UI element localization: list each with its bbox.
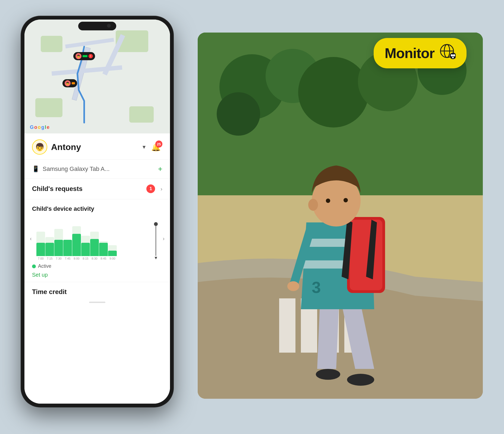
bar-col-8: 9:00 — [108, 245, 117, 260]
map-section: 👦 ! 👦 — [24, 20, 170, 133]
time-label-3: 7:45 — [65, 257, 70, 260]
bar-col-7: 8:45 — [99, 241, 108, 260]
legend-label: Active — [38, 263, 51, 269]
google-l: l — [45, 125, 46, 130]
notification-badge: 25 — [155, 141, 162, 148]
time-label-7: 8:45 — [100, 257, 106, 260]
add-device-button[interactable]: + — [158, 165, 162, 173]
svg-rect-8 — [279, 298, 295, 353]
time-label-8: 9:00 — [109, 257, 115, 260]
indicator-arrow: ▼ — [154, 256, 158, 260]
time-credit-section: Time credit — [24, 282, 170, 299]
setup-link[interactable]: Set up — [32, 272, 48, 278]
bar-inner-0 — [36, 243, 45, 256]
svg-rect-15 — [350, 220, 382, 290]
bar-col-0: 7:00 — [36, 232, 45, 260]
chevron-right-icon: › — [160, 186, 162, 192]
time-label-4: 8:00 — [74, 257, 79, 260]
bar-inner-4 — [72, 234, 81, 256]
map-green-area-3 — [35, 98, 62, 117]
bar-outer-2 — [54, 229, 63, 256]
requests-row[interactable]: Child's requests 1 › — [24, 178, 170, 199]
bar-inner-1 — [45, 243, 54, 256]
time-label-0: 7:00 — [38, 257, 43, 260]
app-content: 👦 Antony ▾ 🔔 25 📱 Samsung Galaxy Tab A..… — [24, 133, 170, 404]
bar-outer-6 — [90, 232, 99, 256]
bar-outer-4 — [72, 226, 81, 256]
google-g2: g — [41, 125, 44, 130]
alert-badge-1: ! — [89, 54, 93, 58]
time-credit-title: Time credit — [32, 288, 162, 296]
phone-screen: 👦 ! 👦 — [24, 20, 170, 404]
svg-point-28 — [452, 57, 454, 58]
bar-inner-8 — [108, 251, 117, 256]
svg-point-27 — [453, 54, 455, 56]
bar-col-6: 8:30 — [90, 232, 99, 260]
bar-inner-3 — [63, 240, 72, 256]
battery-bar-1 — [83, 55, 87, 57]
bar-col-4: 8:00 — [72, 226, 81, 260]
map-green-area-1 — [41, 36, 62, 52]
requests-badge: 1 — [146, 184, 155, 193]
svg-point-7 — [217, 92, 260, 136]
battery-level-orange — [72, 82, 75, 84]
time-label-5: 8:15 — [83, 257, 88, 260]
svg-point-20 — [287, 281, 299, 291]
svg-point-18 — [326, 199, 330, 203]
scroll-divider — [89, 302, 105, 303]
notification-button[interactable]: 🔔 25 — [149, 141, 162, 154]
battery-bar-2 — [72, 82, 75, 84]
activity-section: Child's device activity ‹ ▼ — [24, 199, 170, 282]
marker-avatar-1: 👦 — [75, 53, 81, 59]
marker-avatar-2: 👦 — [65, 80, 71, 86]
scene-svg: 3 — [198, 33, 483, 399]
bar-outer-5 — [81, 236, 90, 256]
activity-title: Child's device activity — [32, 205, 162, 212]
bar-outer-0 — [36, 232, 45, 256]
map-background: 👦 ! 👦 — [24, 20, 170, 133]
bar-outer-1 — [45, 237, 54, 256]
bar-outer-8 — [108, 245, 117, 256]
google-o1: o — [34, 125, 37, 130]
phone-container: 👦 ! 👦 — [21, 16, 173, 407]
app-header: 👦 Antony ▾ 🔔 25 — [24, 133, 170, 160]
time-label-6: 8:30 — [92, 257, 97, 260]
battery-level-green — [83, 55, 87, 57]
bar-outer-7 — [99, 241, 108, 256]
bar-outer-3 — [63, 240, 72, 256]
device-row[interactable]: 📱 Samsung Galaxy Tab A... + — [24, 160, 170, 178]
svg-point-12 — [316, 369, 340, 380]
dropdown-icon[interactable]: ▾ — [143, 143, 146, 151]
bar-inner-5 — [81, 243, 90, 256]
google-e: e — [47, 125, 49, 130]
chart-nav-right[interactable]: › — [163, 235, 165, 242]
svg-point-26 — [451, 54, 453, 56]
time-label-2: 7:30 — [56, 257, 61, 260]
background-photo: 3 — [198, 33, 483, 399]
map-marker-2: 👦 — [62, 79, 77, 87]
svg-text:3: 3 — [312, 278, 321, 296]
monitor-badge[interactable]: Monitor — [374, 38, 467, 68]
bar-inner-7 — [99, 243, 108, 256]
current-time-indicator: ▼ — [154, 222, 158, 260]
time-label-1: 7:15 — [47, 257, 52, 260]
legend-dot — [32, 264, 36, 268]
indicator-dot — [154, 222, 158, 226]
device-name: Samsung Galaxy Tab A... — [43, 165, 155, 173]
bars-row: 7:00 7:15 — [36, 226, 158, 260]
monitor-label: Monitor — [385, 45, 434, 61]
bar-col-2: 7:30 — [54, 229, 63, 260]
map-marker-1: 👦 ! — [73, 52, 95, 60]
map-road-4 — [65, 38, 114, 49]
child-name: Antony — [51, 142, 139, 152]
requests-label: Child's requests — [32, 185, 143, 193]
phone-frame: 👦 ! 👦 — [21, 16, 173, 407]
device-icon: 📱 — [32, 165, 39, 173]
bar-inner-6 — [90, 239, 99, 256]
svg-point-4 — [298, 57, 369, 127]
chart-nav-left[interactable]: ‹ — [30, 235, 32, 242]
bar-col-3: 7:45 — [63, 240, 72, 260]
monitor-icon — [439, 43, 456, 63]
child-avatar: 👦 — [32, 139, 47, 155]
map-green-area-4 — [129, 106, 154, 123]
